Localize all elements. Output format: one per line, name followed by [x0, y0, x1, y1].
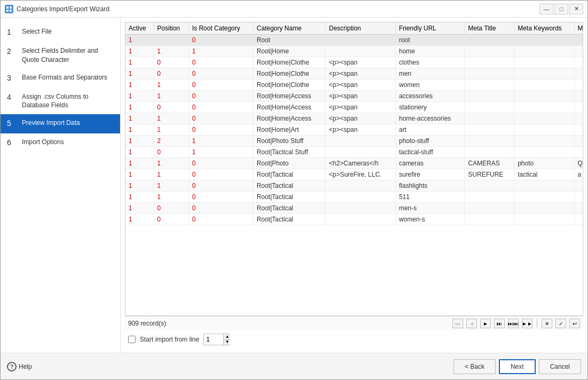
table-cell: 0: [154, 214, 188, 225]
table-cell: [514, 35, 574, 46]
nav-prev-button[interactable]: ◄: [466, 319, 477, 328]
table-row: 110Root|Tactical<p>SureFire, LLC.surefir…: [125, 169, 583, 180]
table-cell: [465, 35, 514, 46]
table-cell: [325, 180, 395, 192]
table-cell: <p><span: [325, 113, 395, 124]
table-cell: art: [395, 124, 465, 136]
table-cell: Root|Photo: [253, 158, 325, 169]
col-active: Active: [125, 22, 154, 35]
table-cell: 1: [125, 57, 154, 68]
table-cell: 0: [189, 35, 253, 46]
table-cell: CAMERAS: [465, 158, 514, 169]
table-cell: [514, 214, 574, 225]
sidebar-item-select-file[interactable]: 1 Select File: [1, 23, 120, 42]
table-cell: <h2>Cameras</h: [325, 158, 395, 169]
spinner-down-button[interactable]: ▼: [223, 340, 231, 345]
svg-rect-2: [6, 10, 9, 12]
table-cell: [465, 203, 514, 214]
table-cell: Root|Tactical: [253, 203, 325, 214]
table-cell: Root|Home|Clothe: [253, 80, 325, 91]
data-table-container[interactable]: Active Position Is Root Category Categor…: [125, 22, 583, 316]
sidebar-item-formats[interactable]: 3 Base Formats and Separators: [1, 69, 120, 88]
nav-next-button[interactable]: ►: [480, 319, 491, 328]
table-cell: [465, 113, 514, 124]
nav-last-button[interactable]: ⏭: [494, 319, 505, 328]
sidebar-item-preview[interactable]: 5 Preview Import Data: [1, 114, 120, 133]
back-button[interactable]: < Back: [454, 359, 496, 374]
table-cell: clothes: [395, 57, 465, 68]
table-cell: Root|Tactical: [253, 214, 325, 225]
nav-fast-next-button[interactable]: ►►: [522, 319, 533, 328]
next-button[interactable]: Next: [499, 359, 536, 374]
help-link[interactable]: ? Help: [7, 362, 32, 371]
table-row: 10Rootroot: [125, 35, 583, 46]
table-cell: 1: [154, 158, 188, 169]
main-area: Active Position Is Root Category Categor…: [121, 18, 587, 353]
table-cell: [574, 68, 583, 80]
col-position: Position: [154, 22, 188, 35]
table-cell: [514, 68, 574, 80]
table-cell: 1: [125, 136, 154, 147]
minimize-button[interactable]: —: [539, 4, 553, 14]
table-cell: [574, 57, 583, 68]
sidebar-item-import-options[interactable]: 6 Import Options: [1, 133, 120, 153]
table-cell: [574, 180, 583, 192]
cancel-button[interactable]: Cancel: [539, 359, 581, 374]
line-number-input[interactable]: 1: [204, 334, 223, 345]
table-cell: <p><span: [325, 57, 395, 68]
table-cell: [154, 35, 188, 46]
start-import-checkbox[interactable]: [128, 336, 136, 343]
nav-fast-last-button[interactable]: ⏭⏭: [508, 319, 519, 328]
table-cell: 1: [154, 192, 188, 203]
table-cell: accessories: [395, 91, 465, 102]
sidebar-item-assign[interactable]: 4 Assign .csv Columns to Database Fields: [1, 88, 120, 115]
table-cell: flashlights: [395, 180, 465, 192]
table-cell: [465, 46, 514, 57]
nav-first-button[interactable]: ⏮: [452, 319, 463, 328]
nav-confirm-button[interactable]: ✓: [555, 319, 566, 328]
table-cell: home-accessories: [395, 113, 465, 124]
spinner-up-button[interactable]: ▲: [223, 334, 231, 340]
close-button[interactable]: ✕: [569, 4, 583, 14]
footer: ? Help < Back Next Cancel: [1, 353, 587, 379]
table-cell: [325, 192, 395, 203]
data-table: Active Position Is Root Category Categor…: [125, 22, 583, 225]
table-cell: [465, 136, 514, 147]
table-cell: [465, 147, 514, 158]
table-cell: [465, 192, 514, 203]
table-cell: 0: [154, 203, 188, 214]
step-label-5: Preview Import Data: [22, 118, 80, 128]
pagination-row: 909 record(s) ⏮ ◄ ► ⏭ ⏭⏭ ►► ✕ ✓ ↩: [125, 316, 583, 330]
table-cell: [574, 124, 583, 136]
table-cell: [514, 91, 574, 102]
table-row: 111Root|Homehome: [125, 46, 583, 57]
table-row: 100Root|Tacticalwomen-s: [125, 214, 583, 225]
sidebar-item-delimiter[interactable]: 2 Select Fields Delimiter and Quote Char…: [1, 42, 120, 69]
table-row: 110Root|Home|Access<p><spanaccessories: [125, 91, 583, 102]
table-cell: SUREFURE: [465, 169, 514, 180]
table-row: 110Root|Home|Access<p><spanhome-accessor…: [125, 113, 583, 124]
step-num-1: 1: [7, 27, 19, 38]
nav-undo-button[interactable]: ↩: [569, 319, 580, 328]
table-cell: 1: [154, 80, 188, 91]
table-row: 110Root|Photo<h2>Cameras</hcamerasCAMERA…: [125, 158, 583, 169]
table-cell: <p><span: [325, 68, 395, 80]
step-num-4: 4: [7, 92, 19, 103]
table-cell: 2: [154, 136, 188, 147]
table-cell: [465, 57, 514, 68]
window-title: Categories Import/Export Wizard: [17, 5, 539, 13]
svg-rect-1: [10, 6, 12, 9]
table-cell: 1: [189, 136, 253, 147]
table-cell: 0: [154, 102, 188, 113]
table-cell: 1: [125, 91, 154, 102]
table-cell: women-s: [395, 214, 465, 225]
table-cell: men-s: [395, 203, 465, 214]
table-cell: 0: [189, 68, 253, 80]
table-row: 110Root|Tacticalflashlights: [125, 180, 583, 192]
restore-button[interactable]: □: [554, 4, 568, 14]
table-cell: <p><span: [325, 124, 395, 136]
step-num-3: 3: [7, 73, 19, 84]
table-cell: <p>SureFire, LLC.: [325, 169, 395, 180]
line-spinner[interactable]: 1 ▲ ▼: [203, 334, 230, 345]
nav-cancel-button[interactable]: ✕: [542, 319, 552, 328]
